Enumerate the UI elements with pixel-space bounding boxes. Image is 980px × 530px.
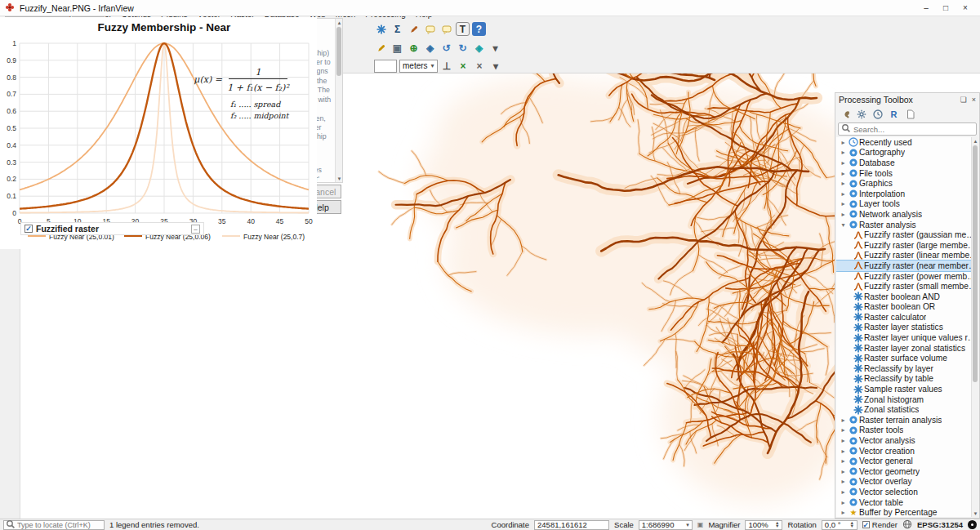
chevron-right-icon[interactable]: ▸ bbox=[839, 170, 848, 177]
toolbox-item-vector-overlay[interactable]: ▸Vector overlay bbox=[836, 477, 978, 488]
toolbox-item-fuzzify-raster-near-membership[interactable]: Fuzzify raster (near membership) bbox=[836, 261, 978, 271]
toolbox-item-raster-tools[interactable]: ▸Raster tools bbox=[836, 425, 978, 436]
toolbox-item-cartography[interactable]: ▸Cartography bbox=[836, 148, 978, 158]
scale-combobox[interactable]: 1:686990 ▾ bbox=[639, 520, 693, 530]
float-panel-icon[interactable]: ❏ bbox=[960, 96, 967, 104]
toolbox-search[interactable] bbox=[838, 122, 977, 136]
toolbox-item-raster-layer-zonal-statistics[interactable]: Raster layer zonal statistics bbox=[836, 343, 978, 354]
add-feature-icon[interactable]: ⊕ bbox=[407, 41, 421, 55]
chevron-right-icon[interactable]: ▸ bbox=[839, 437, 848, 444]
toolbox-wrench-icon[interactable] bbox=[839, 108, 851, 120]
toolbox-history-icon[interactable] bbox=[871, 108, 884, 120]
spin-arrows[interactable]: ▲▼ bbox=[775, 522, 779, 528]
dropdown-arrow-icon[interactable]: ▾ bbox=[488, 41, 502, 55]
chevron-right-icon[interactable]: ▸ bbox=[839, 448, 848, 455]
toolbox-item-raster-layer-unique-values-report[interactable]: Raster layer unique values report bbox=[836, 332, 978, 343]
rotation-spinbox[interactable]: 0,0 ° ▲▼ bbox=[822, 520, 858, 530]
toolbox-item-vector-selection[interactable]: ▸Vector selection bbox=[836, 487, 978, 497]
chevron-right-icon[interactable]: ▸ bbox=[839, 180, 848, 187]
annotation-bubble-icon[interactable] bbox=[423, 22, 437, 36]
lock-scale-icon[interactable]: ▣ bbox=[697, 521, 704, 528]
toolbox-scrollbar[interactable]: ▲ ▼ bbox=[971, 137, 978, 517]
legend-collapse-icon[interactable]: – bbox=[191, 225, 200, 234]
statistics-icon[interactable]: Σ bbox=[390, 22, 404, 36]
toolbox-item-vector-general[interactable]: ▸Vector general bbox=[836, 456, 978, 466]
select-features-icon[interactable]: ◈ bbox=[472, 41, 486, 55]
log-messages-icon[interactable] bbox=[968, 520, 977, 529]
magnifier-spinbox[interactable]: 100% ▲▼ bbox=[745, 520, 782, 530]
toolbox-item-graphics[interactable]: ▸Graphics bbox=[836, 178, 978, 189]
toolbox-models-icon[interactable] bbox=[855, 108, 867, 120]
toolbox-search-input[interactable] bbox=[853, 125, 960, 134]
render-checkbox[interactable]: ✓ bbox=[862, 521, 870, 528]
vertex-tool-icon[interactable]: ◈ bbox=[423, 41, 437, 55]
locate-box[interactable] bbox=[3, 520, 105, 530]
chevron-right-icon[interactable]: ▸ bbox=[839, 139, 848, 146]
toolbox-item-vector-analysis[interactable]: ▸Vector analysis bbox=[836, 435, 978, 446]
toolbox-item-fuzzify-raster-power-membership[interactable]: Fuzzify raster (power membership) bbox=[836, 271, 978, 282]
toolbox-item-vector-creation[interactable]: ▸Vector creation bbox=[836, 446, 978, 457]
minimize-button[interactable]: – bbox=[916, 2, 936, 15]
toggle-editing-icon[interactable] bbox=[374, 41, 388, 55]
toolbox-item-vector-geometry[interactable]: ▸Vector geometry bbox=[836, 466, 978, 477]
coordinate-field[interactable]: 24581,161612 bbox=[534, 520, 609, 530]
toolbox-item-interpolation[interactable]: ▸Interpolation bbox=[836, 189, 978, 199]
chevron-right-icon[interactable]: ▸ bbox=[839, 457, 848, 465]
intersection-snap-icon[interactable]: × bbox=[457, 59, 470, 73]
redo-icon[interactable]: ↻ bbox=[456, 41, 470, 55]
processing-toolbox-icon[interactable] bbox=[374, 22, 388, 36]
undo-icon[interactable]: ↺ bbox=[439, 41, 453, 55]
scroll-down-icon[interactable]: ▼ bbox=[972, 510, 978, 517]
close-button[interactable]: × bbox=[956, 2, 975, 15]
tracing-icon[interactable]: × bbox=[473, 59, 487, 73]
toolbox-item-file-tools[interactable]: ▸File tools bbox=[836, 168, 978, 179]
chevron-right-icon[interactable]: ▸ bbox=[839, 478, 848, 485]
scroll-up-icon[interactable]: ▲ bbox=[972, 137, 978, 145]
toolbox-item-sample-raster-values[interactable]: Sample raster values bbox=[836, 384, 978, 394]
layer-name[interactable]: Fuzzified raster bbox=[36, 224, 99, 234]
chevron-right-icon[interactable]: ▸ bbox=[839, 416, 848, 424]
layer-visibility-checkbox[interactable]: ✓ bbox=[24, 225, 33, 233]
chevron-down-icon[interactable]: ▾ bbox=[839, 221, 848, 229]
toolbox-item-vector-table[interactable]: ▸Vector table bbox=[836, 497, 978, 508]
toolbox-item-layer-tools[interactable]: ▸Layer tools bbox=[836, 199, 978, 210]
toolbox-item-buffer-by-percentage[interactable]: ▸★Buffer by Percentage bbox=[836, 507, 978, 517]
chevron-right-icon[interactable]: ▸ bbox=[839, 200, 848, 207]
text-annotation-icon[interactable]: T bbox=[456, 22, 470, 36]
toolbox-item-fuzzify-raster-large-membership[interactable]: Fuzzify raster (large membership) bbox=[836, 240, 978, 251]
chevron-right-icon[interactable]: ▸ bbox=[839, 488, 848, 496]
toolbox-item-recently-used[interactable]: ▸Recently used bbox=[836, 137, 978, 148]
scroll-up-icon[interactable]: ▲ bbox=[336, 19, 343, 26]
irfanview-titlebar[interactable]: Fuzzify_Near.PNG - IrfanView – □ × bbox=[0, 0, 980, 16]
chevron-right-icon[interactable]: ▸ bbox=[839, 211, 848, 218]
toolbox-item-fuzzify-raster-linear-membership[interactable]: Fuzzify raster (linear membership) bbox=[836, 251, 978, 261]
epsg-badge[interactable]: EPSG:31254 bbox=[917, 520, 963, 529]
toolbox-item-database[interactable]: ▸Database bbox=[836, 158, 978, 168]
toolbox-item-raster-boolean-or[interactable]: Raster boolean OR bbox=[836, 302, 978, 313]
toolbox-item-reclassify-by-layer[interactable]: Reclassify by layer bbox=[836, 363, 978, 374]
maximize-button[interactable]: □ bbox=[936, 2, 956, 15]
help-icon[interactable]: ? bbox=[472, 22, 486, 36]
edit-pencil-icon[interactable] bbox=[407, 22, 421, 36]
close-panel-icon[interactable]: × bbox=[972, 96, 976, 104]
toolbox-item-raster-terrain-analysis[interactable]: ▸Raster terrain analysis bbox=[836, 415, 978, 425]
toolbox-item-network-analysis[interactable]: ▸Network analysis bbox=[836, 209, 978, 220]
spin-arrows[interactable]: ▲▼ bbox=[849, 522, 853, 528]
units-select[interactable]: meters ▾ bbox=[399, 60, 438, 73]
chevron-right-icon[interactable]: ▸ bbox=[839, 190, 848, 198]
chevron-right-icon[interactable]: ▸ bbox=[839, 426, 848, 434]
toolbox-item-raster-analysis[interactable]: ▾Raster analysis bbox=[836, 220, 978, 230]
toolbox-item-raster-layer-statistics[interactable]: Raster layer statistics bbox=[836, 323, 978, 333]
toolbox-options-icon[interactable] bbox=[904, 108, 916, 120]
toolbox-item-zonal-statistics[interactable]: Zonal statistics bbox=[836, 404, 978, 415]
help-scrollbar[interactable]: ▲ ▼ bbox=[335, 19, 342, 182]
locate-input[interactable] bbox=[17, 521, 102, 529]
snapping-tolerance-input[interactable] bbox=[374, 60, 397, 73]
toolbox-r-icon[interactable]: R bbox=[888, 108, 900, 120]
chevron-right-icon[interactable]: ▸ bbox=[839, 499, 848, 506]
save-edits-icon[interactable]: ▣ bbox=[390, 41, 404, 55]
dropdown-arrow-icon[interactable]: ▾ bbox=[489, 59, 503, 73]
chevron-right-icon[interactable]: ▸ bbox=[839, 509, 848, 516]
toolbox-item-zonal-histogram[interactable]: Zonal histogram bbox=[836, 394, 978, 405]
toolbox-item-reclassify-by-table[interactable]: Reclassify by table bbox=[836, 374, 978, 385]
